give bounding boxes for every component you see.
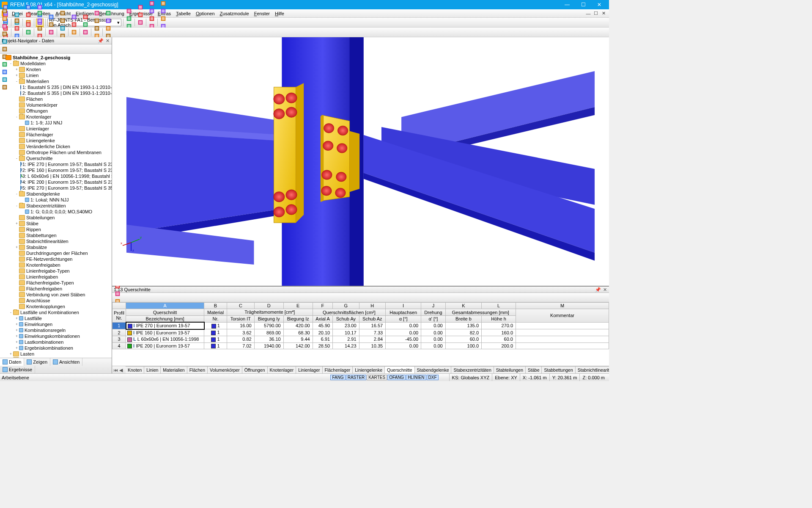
table-scroll[interactable]: ABCDEFGHIJKLM Profil Nr. Querschnitt Mat… (112, 302, 609, 366)
tree-item[interactable]: +Linien (0, 72, 112, 78)
tree-item[interactable]: -Stabendgelenke (0, 191, 112, 197)
table-tab-stäbe[interactable]: Stäbe (526, 366, 542, 373)
tree-item[interactable]: 1: 1-9; JJJ NNJ (0, 120, 112, 126)
col-bezeichnung[interactable]: Bezeichnung [mm] (126, 316, 204, 323)
menu-optionen[interactable]: Optionen (193, 10, 217, 17)
col-biegung-iz[interactable]: Biegung Iz (283, 316, 313, 323)
tb1-c-btn-1[interactable] (25, 11, 32, 19)
table-tab-linien[interactable]: Linien (144, 366, 161, 373)
tree-item[interactable]: -Knotenlager (0, 114, 112, 120)
tb2-j-btn-0[interactable] (104, 9, 112, 17)
tb2-f-btn-0[interactable] (59, 9, 66, 17)
tb1-g-btn-0[interactable] (148, 0, 156, 7)
tree-item[interactable]: Durchdringungen der Flächen (0, 250, 112, 256)
tab-nav-prev[interactable]: ◀ (118, 367, 123, 373)
table-tab-liniengelenke[interactable]: Liniengelenke (353, 366, 385, 373)
tree-item[interactable]: Anschlüsse (0, 298, 112, 304)
tb1-c-btn-0[interactable] (25, 3, 32, 11)
tb2-c-btn-1[interactable] (25, 28, 32, 36)
tb2-d-btn-0[interactable] (36, 9, 44, 17)
col-group-traegheit[interactable]: Trägheitsmomente [cm⁴] (227, 309, 313, 316)
tree-item[interactable]: Verbindung von zwei Stäben (0, 292, 112, 298)
tb1-h-btn-6[interactable] (159, 0, 167, 7)
mdi-close-button[interactable]: ✕ (600, 9, 607, 18)
col-alpha[interactable]: α [°] (386, 316, 421, 323)
col-letter-K[interactable]: K (445, 303, 481, 309)
col-schub-az[interactable]: Schub Az (359, 316, 386, 323)
tree-item[interactable]: Öffnungen (0, 108, 112, 114)
snap-ofang[interactable]: OFANG (387, 375, 406, 380)
table-tab-knoten[interactable]: Knoten (126, 366, 144, 373)
col-letter-D[interactable]: D (254, 303, 283, 309)
table-tab-materialien[interactable]: Materialien (161, 366, 187, 373)
table-row[interactable]: 3L L 60x60x6 | EN 10056-1:1998 10.8236.1… (112, 336, 609, 343)
col-kommentar[interactable]: Kommentar (516, 309, 609, 323)
table-tab-stabteilungen[interactable]: Stabteilungen (494, 366, 526, 373)
tree-item[interactable]: Rippen (0, 226, 112, 232)
tb2-d-btn-2[interactable] (36, 25, 44, 32)
tb1-h-btn-7[interactable] (159, 7, 167, 15)
nav-tab-ergebnisse[interactable]: Ergebnisse (0, 366, 35, 373)
mdi-minimize-button[interactable]: — (584, 9, 592, 18)
tb2-c-btn-0[interactable] (25, 21, 32, 28)
tree-item[interactable]: Linienfreigaben (0, 274, 112, 280)
col-breite[interactable]: Breite b (445, 316, 481, 323)
tree-item[interactable]: Flächenfreigabe-Typen (0, 280, 112, 286)
minimize-button[interactable]: — (559, 0, 575, 9)
snap-dxf[interactable]: DXF (427, 375, 439, 380)
bottomtb-btn-21[interactable] (114, 290, 121, 298)
col-letter-E[interactable]: E (283, 303, 313, 309)
col-hoehe[interactable]: Höhe h (482, 316, 516, 323)
table-tab-stabbettungen[interactable]: Stabbettungen (542, 366, 575, 373)
tree-item[interactable]: -Materialien (0, 78, 112, 84)
tree-item[interactable]: Liniengelenke (0, 138, 112, 144)
table-row[interactable]: 2I IPE 160 | Euronorm 19-57 13.62869.006… (112, 329, 609, 336)
3d-viewport[interactable]: x y z (112, 37, 609, 286)
tree-item[interactable]: 2: Baustahl S 355 | DIN EN 1993-1-1:2010… (0, 90, 112, 96)
table-row[interactable]: 4I IPE 200 | Euronorm 19-57 17.021940.00… (112, 342, 609, 349)
col-torsion[interactable]: Torsion IT (227, 316, 255, 323)
tree-item[interactable]: Stabnichtlinearitäten (0, 238, 112, 244)
tree-item[interactable]: +Lasten (0, 351, 112, 357)
tree-item[interactable]: Volumenkörper (0, 102, 112, 108)
tree-item[interactable]: +Kombinationsregeln (0, 327, 112, 333)
navtb-btn-5[interactable] (1, 45, 8, 53)
navtb-btn-0[interactable] (1, 7, 8, 15)
col-letter-corner[interactable] (112, 303, 126, 309)
tree-item[interactable]: Flächen (0, 96, 112, 102)
tb1-f-btn-2[interactable] (137, 19, 144, 26)
cross-sections-table[interactable]: ABCDEFGHIJKLM Profil Nr. Querschnitt Mat… (112, 302, 609, 349)
col-group-gesamt[interactable]: Gesamtabmessungen [mm] (445, 309, 516, 316)
mdi-maximize-button[interactable]: ☐ (592, 9, 600, 18)
col-biegung-iy[interactable]: Biegung Iy (254, 316, 283, 323)
tb1-e-btn-0[interactable] (125, 7, 133, 15)
table-pin-icon[interactable]: 📌 (595, 287, 600, 292)
snap-raster[interactable]: RASTER (346, 375, 367, 380)
tb1-e-btn-1[interactable] (125, 15, 133, 22)
table-tab-querschnitte[interactable]: Querschnitte (385, 366, 415, 373)
tree-item[interactable]: 3: L 60x60x6 | EN 10056-1:1998; Baustahl… (0, 173, 112, 179)
table-tab-stabendgelenke[interactable]: Stabendgelenke (415, 366, 452, 373)
table-tab-knotenlager[interactable]: Knotenlager (268, 366, 296, 373)
nav-tab-zeigen[interactable]: Zeigen (24, 358, 50, 366)
tree-item[interactable]: +Einwirkungskombinationen (0, 333, 112, 339)
table-tab-stabnichtlinearitäten[interactable]: Stabnichtlinearitäten (576, 366, 609, 373)
col-axial[interactable]: Axial A (313, 316, 333, 323)
tree-item[interactable]: 1: Baustahl S 235 | DIN EN 1993-1-1:2010… (0, 84, 112, 90)
tree-item[interactable]: -Lastfälle und Kombinationen (0, 309, 112, 315)
menu-fenster[interactable]: Fenster (252, 10, 272, 17)
tree-item[interactable]: FE-Netzverdichtungen (0, 256, 112, 262)
navtb-btn-4[interactable] (1, 38, 8, 45)
tab-nav-first[interactable]: ⏮ (113, 367, 118, 373)
nav-tab-ansichten[interactable]: Ansichten (50, 358, 82, 366)
tree-item[interactable]: +Lastfälle (0, 315, 112, 321)
tb2-i-btn-2[interactable] (93, 25, 101, 32)
col-letter-G[interactable]: G (333, 303, 359, 309)
snap-kartes[interactable]: KARTES (367, 375, 387, 380)
tb2-h-btn-0[interactable] (82, 13, 89, 21)
col-letter-L[interactable]: L (482, 303, 516, 309)
tree-item[interactable]: Stabbettungen (0, 232, 112, 238)
tb1-f-btn-0[interactable] (137, 3, 144, 11)
navigator-pin-icon[interactable]: 📌 (98, 38, 103, 43)
col-letter-J[interactable]: J (421, 303, 446, 309)
